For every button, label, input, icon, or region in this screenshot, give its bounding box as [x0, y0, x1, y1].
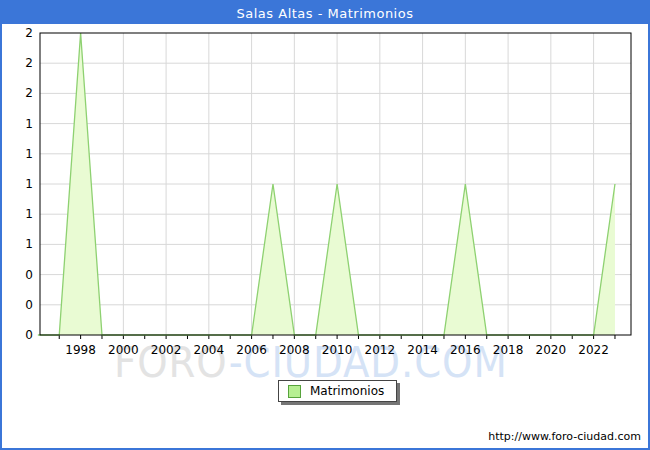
x-tick-label: 2020 — [536, 343, 567, 357]
footer-url-link[interactable]: http://www.foro-ciudad.com — [488, 430, 641, 443]
x-tick-label: 2022 — [578, 343, 609, 357]
y-tick-label: 1 — [25, 207, 33, 221]
legend-swatch-icon — [288, 385, 301, 398]
x-tick-label: 2016 — [450, 343, 481, 357]
x-tick-label: 2002 — [151, 343, 182, 357]
y-tick-label: 0 — [25, 268, 33, 282]
y-tick-label: 0 — [25, 298, 33, 312]
legend-box: Matrimonios — [278, 380, 397, 402]
y-tick-label: 1 — [25, 177, 33, 191]
x-tick-label: 2010 — [322, 343, 353, 357]
chart-window: Salas Altas - Matrimonios FORO-CIUDAD.CO… — [0, 0, 650, 450]
x-tick-label: 2018 — [493, 343, 524, 357]
y-tick-label: 1 — [25, 237, 33, 251]
x-tick-label: 2008 — [279, 343, 310, 357]
legend-label: Matrimonios — [310, 384, 384, 398]
y-tick-label: 2 — [25, 26, 33, 40]
x-tick-label: 2014 — [407, 343, 438, 357]
chart-title-bar: Salas Altas - Matrimonios — [2, 2, 648, 24]
x-tick-label: 1998 — [65, 343, 96, 357]
y-tick-label: 2 — [25, 56, 33, 70]
y-tick-label: 2 — [25, 86, 33, 100]
x-tick-label: 2006 — [236, 343, 267, 357]
x-tick-label: 2012 — [365, 343, 396, 357]
chart-title: Salas Altas - Matrimonios — [237, 6, 414, 21]
y-tick-label: 1 — [25, 147, 33, 161]
x-tick-label: 2000 — [108, 343, 139, 357]
y-tick-label: 1 — [25, 117, 33, 131]
y-tick-label: 0 — [25, 328, 33, 342]
x-tick-label: 2004 — [194, 343, 225, 357]
